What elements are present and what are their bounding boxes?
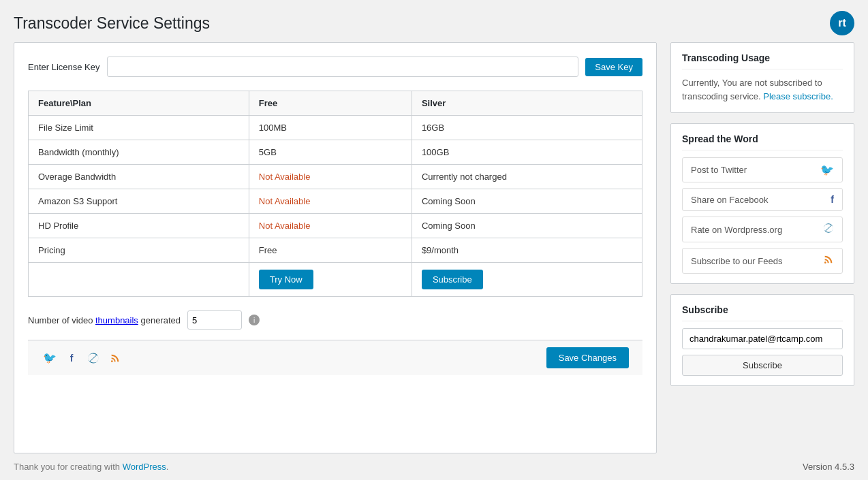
subscribe-widget: Subscribe Subscribe: [670, 294, 854, 386]
col-free: Free: [249, 91, 412, 116]
wordpress-spread-label: Rate on Wordpress.org: [691, 225, 782, 235]
feature-cell: Overage Bandwidth: [29, 165, 249, 189]
footer-bar: 🐦 f Save Changes: [28, 340, 642, 375]
feature-cell: HD Profile: [29, 214, 249, 238]
try-now-button[interactable]: Try Now: [259, 270, 313, 289]
wordpress-footer-link[interactable]: WordPress: [123, 462, 166, 472]
license-key-row: Enter License Key Save Key: [28, 57, 642, 77]
transcoding-usage-title: Transcoding Usage: [682, 52, 843, 69]
twitter-spread-item[interactable]: Post to Twitter 🐦: [682, 157, 843, 182]
free-cell: 100MB: [249, 116, 412, 140]
save-changes-button[interactable]: Save Changes: [546, 347, 629, 368]
thumbnails-input[interactable]: [187, 310, 242, 330]
transcoding-usage-widget: Transcoding Usage Currently, You are not…: [670, 42, 854, 113]
license-key-input[interactable]: [107, 57, 579, 77]
widget-subscribe-button[interactable]: Subscribe: [682, 355, 843, 376]
twitter-spread-label: Post to Twitter: [691, 165, 747, 175]
table-row: HD Profile Not Available Coming Soon: [29, 214, 642, 238]
feature-table: Feature\Plan Free Silver File Size Limit…: [28, 91, 642, 297]
silver-cell: Currently not charged: [412, 165, 642, 189]
silver-cell: 100GB: [412, 140, 642, 165]
table-row: Pricing Free $9/month: [29, 238, 642, 263]
silver-cell: 16GB: [412, 116, 642, 140]
thumbnails-label: Number of video thumbnails generated: [28, 315, 181, 325]
rss-spread-icon: [823, 254, 834, 268]
free-cell: Not Available: [249, 165, 412, 189]
facebook-spread-icon: f: [831, 194, 834, 205]
footer-period: .: [166, 462, 169, 472]
page-footer: Thank you for creating with WordPress. V…: [0, 453, 868, 480]
main-settings-panel: Enter License Key Save Key Feature\Plan …: [14, 42, 657, 453]
rss-footer-icon[interactable]: [107, 350, 123, 366]
thumbnails-link[interactable]: thumbnails: [95, 315, 138, 325]
version-text: Version 4.5.3: [803, 462, 854, 472]
subscribe-email-input[interactable]: [682, 328, 843, 349]
facebook-spread-item[interactable]: Share on Facebook f: [682, 188, 843, 211]
silver-cell: Coming Soon: [412, 189, 642, 214]
col-feature: Feature\Plan: [29, 91, 249, 116]
facebook-footer-icon[interactable]: f: [63, 350, 80, 366]
wordpress-spread-icon: [823, 223, 834, 236]
info-icon: i: [249, 315, 260, 325]
free-cell: Free: [249, 238, 412, 263]
svg-point-0: [111, 360, 113, 362]
silver-cell: $9/month: [412, 238, 642, 263]
free-cell: 5GB: [249, 140, 412, 165]
save-key-button[interactable]: Save Key: [585, 58, 642, 76]
subscribe-link[interactable]: Please subscribe.: [763, 91, 833, 101]
twitter-spread-icon: 🐦: [820, 163, 834, 176]
page-title: Transcoder Service Settings: [14, 14, 210, 33]
wordpress-footer-icon[interactable]: [85, 350, 102, 366]
spread-word-title: Spread the Word: [682, 133, 843, 150]
right-panel: Transcoding Usage Currently, You are not…: [670, 42, 854, 453]
feature-cell: File Size Limit: [29, 116, 249, 140]
subscribe-widget-title: Subscribe: [682, 304, 843, 321]
subscribe-button[interactable]: Subscribe: [422, 270, 483, 289]
table-action-row: Try Now Subscribe: [29, 263, 642, 297]
license-label: Enter License Key: [28, 62, 100, 72]
table-row: Bandwidth (monthly) 5GB 100GB: [29, 140, 642, 165]
transcoding-usage-text: Currently, You are not subscribed to tra…: [682, 76, 843, 103]
footer-text: Thank you for creating with: [14, 462, 123, 472]
table-row: Overage Bandwidth Not Available Currentl…: [29, 165, 642, 189]
spread-word-widget: Spread the Word Post to Twitter 🐦 Share …: [670, 123, 854, 284]
feature-cell: Pricing: [29, 238, 249, 263]
free-cell: Not Available: [249, 214, 412, 238]
rss-spread-item[interactable]: Subscribe to our Feeds: [682, 248, 843, 274]
twitter-footer-icon[interactable]: 🐦: [42, 350, 58, 366]
wordpress-spread-item[interactable]: Rate on Wordpress.org: [682, 217, 843, 242]
social-icons: 🐦 f: [42, 350, 123, 366]
free-cell: Not Available: [249, 189, 412, 214]
thumbnails-row: Number of video thumbnails generated i: [28, 310, 642, 330]
facebook-spread-label: Share on Facebook: [691, 195, 768, 205]
rt-logo: rt: [830, 11, 854, 35]
silver-cell: Coming Soon: [412, 214, 642, 238]
feature-cell: Bandwidth (monthly): [29, 140, 249, 165]
table-row: File Size Limit 100MB 16GB: [29, 116, 642, 140]
rss-spread-label: Subscribe to our Feeds: [691, 256, 782, 266]
svg-point-1: [824, 261, 826, 263]
table-row: Amazon S3 Support Not Available Coming S…: [29, 189, 642, 214]
col-silver: Silver: [412, 91, 642, 116]
feature-cell: Amazon S3 Support: [29, 189, 249, 214]
